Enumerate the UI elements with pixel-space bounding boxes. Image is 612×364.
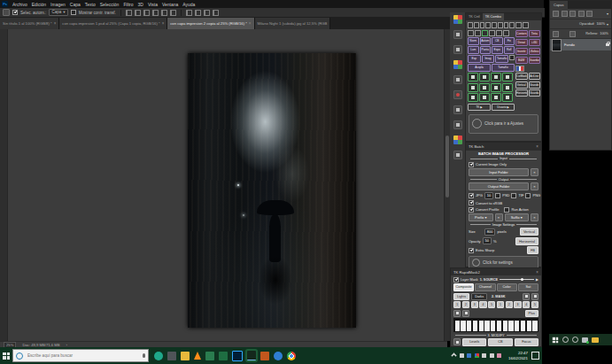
side-button[interactable]: Horizontal — [515, 89, 528, 97]
taskbar-search[interactable] — [12, 349, 149, 362]
tk-panel-icon[interactable] — [453, 60, 462, 69]
combo-button[interactable]: Roll — [504, 46, 515, 54]
horizontal-button[interactable]: Horizontal — [515, 237, 538, 245]
mask-level-button[interactable]: 3 — [514, 301, 521, 308]
tab-color[interactable]: Color — [497, 283, 517, 291]
close-icon[interactable]: × — [249, 21, 252, 26]
start-button[interactable] — [553, 337, 558, 342]
jpg-quality-field[interactable]: 10 — [484, 192, 493, 199]
combo-button[interactable]: Autom — [480, 37, 492, 45]
mask-level-button[interactable]: 5 — [488, 301, 495, 308]
tk-menu-button[interactable]: TK ▶ — [468, 104, 491, 111]
taskbar-app-icon[interactable] — [154, 352, 163, 360]
tool-icon[interactable] — [453, 75, 462, 84]
microphone-icon[interactable] — [143, 353, 145, 358]
run-action-checkbox[interactable] — [504, 207, 509, 213]
brush-icon[interactable] — [468, 30, 474, 36]
clear-suffix-button[interactable]: × — [531, 213, 538, 221]
combo-button[interactable]: Norm — [468, 37, 479, 45]
side-button[interactable]: Vertical — [515, 81, 528, 89]
slider-handle[interactable] — [521, 278, 524, 282]
invert-icon[interactable] — [453, 338, 461, 345]
new-doc-icon[interactable] — [485, 22, 491, 28]
flag-icon[interactable] — [515, 66, 524, 72]
tk-panel-icon[interactable] — [453, 15, 462, 24]
chrome-icon[interactable] — [287, 352, 296, 360]
action-icon-button[interactable] — [468, 83, 478, 92]
start-button[interactable] — [0, 347, 12, 364]
convert-srgb-checkbox[interactable] — [469, 200, 474, 205]
action-center-icon[interactable] — [531, 352, 539, 360]
menu-vista[interactable]: Vista — [148, 2, 158, 7]
menu-imagen[interactable]: Imagen — [50, 2, 66, 7]
action-icon-button[interactable] — [468, 93, 478, 102]
filter-mode-icon[interactable] — [569, 11, 576, 17]
tif-checkbox[interactable] — [511, 193, 516, 198]
prefix-dropdown[interactable]: Prefix ▾ — [469, 213, 493, 221]
photoshop-app-icon[interactable] — [232, 351, 243, 361]
tray-icon[interactable] — [475, 353, 479, 358]
tool-icon[interactable] — [453, 45, 462, 54]
current-image-only-checkbox[interactable] — [469, 162, 474, 167]
combo-button[interactable]: i-Selecc — [529, 48, 541, 56]
filter-effect-icon[interactable] — [562, 11, 568, 17]
mask-level-button[interactable]: 4 — [479, 301, 486, 308]
transform-controls-checkbox[interactable] — [71, 10, 76, 15]
taskbar-app-icon[interactable] — [167, 352, 176, 360]
canvas-image[interactable] — [188, 53, 356, 328]
brush-icon[interactable] — [482, 30, 488, 36]
action-icon-button[interactable] — [502, 83, 513, 92]
mask-option-icon[interactable] — [531, 293, 538, 300]
taskbar-app-icon[interactable] — [572, 337, 578, 343]
document-icon[interactable] — [453, 120, 462, 129]
new-doc-icon[interactable] — [480, 22, 485, 28]
taskbar-app-icon[interactable] — [562, 337, 569, 343]
suffix-dropdown[interactable]: Suffix ▾ — [505, 213, 530, 221]
taskbar-app-icon[interactable] — [205, 352, 214, 360]
tab-tk-cntl[interactable]: TK Cntl — [466, 13, 483, 20]
focus-button[interactable]: Focus — [515, 338, 538, 346]
clear-output-folder-button[interactable]: × — [531, 182, 538, 190]
chevron-down-icon[interactable]: ▾ — [607, 22, 608, 27]
jpg-checkbox[interactable] — [469, 193, 474, 198]
combo-button[interactable]: Lum — [468, 46, 479, 54]
align-top-icon[interactable] — [152, 10, 159, 16]
mask-level-button[interactable]: 3 — [471, 301, 478, 308]
distribute-icon-4[interactable] — [213, 10, 219, 16]
menu-3d[interactable]: 3D — [138, 2, 143, 7]
fb-button[interactable]: FB — [527, 246, 538, 254]
input-folder-button[interactable]: Input Folder — [469, 168, 529, 176]
combo-button[interactable]: Desat — [515, 39, 528, 47]
grid-icon[interactable] — [504, 22, 509, 28]
tk-batch-tab[interactable]: TK Batch × — [466, 143, 541, 151]
close-icon[interactable]: × — [536, 144, 538, 149]
brush-icon[interactable] — [503, 30, 509, 36]
mask-level-button[interactable]: 1 — [497, 301, 504, 308]
distribute-icon-2[interactable] — [195, 10, 201, 16]
user-menu-button[interactable]: Usuario ▶ — [492, 104, 515, 111]
tool-icon[interactable] — [453, 30, 462, 39]
size-field[interactable]: 800 — [484, 228, 496, 236]
plus-button[interactable]: Plus — [525, 310, 538, 317]
combo-button[interactable]: Tinta — [529, 30, 541, 38]
action-icon-button[interactable] — [479, 83, 490, 92]
menu-ayuda[interactable]: Ayuda — [182, 2, 195, 7]
new-doc-icon[interactable] — [474, 22, 479, 28]
autoselect-checkbox[interactable] — [12, 10, 18, 15]
source-slider[interactable] — [500, 279, 534, 280]
tk-panel-icon[interactable] — [453, 136, 462, 144]
lights-button[interactable]: Lights — [453, 293, 469, 300]
network-icon[interactable] — [482, 353, 486, 358]
combo-button[interactable]: Tamaño — [492, 64, 515, 72]
action-icon-button[interactable] — [491, 83, 501, 92]
darks-button[interactable]: Darks — [471, 293, 487, 300]
align-right-icon[interactable] — [143, 10, 150, 16]
align-bottom-icon[interactable] — [170, 10, 176, 16]
search-input[interactable] — [26, 352, 127, 359]
history-panel-icon[interactable] — [453, 90, 462, 99]
file-explorer-icon[interactable] — [181, 352, 190, 360]
psd-checkbox[interactable] — [495, 193, 500, 198]
combo-button[interactable]: CB — [492, 37, 503, 45]
vlc-icon[interactable] — [194, 352, 201, 360]
combo-button[interactable]: B&W — [515, 57, 528, 65]
